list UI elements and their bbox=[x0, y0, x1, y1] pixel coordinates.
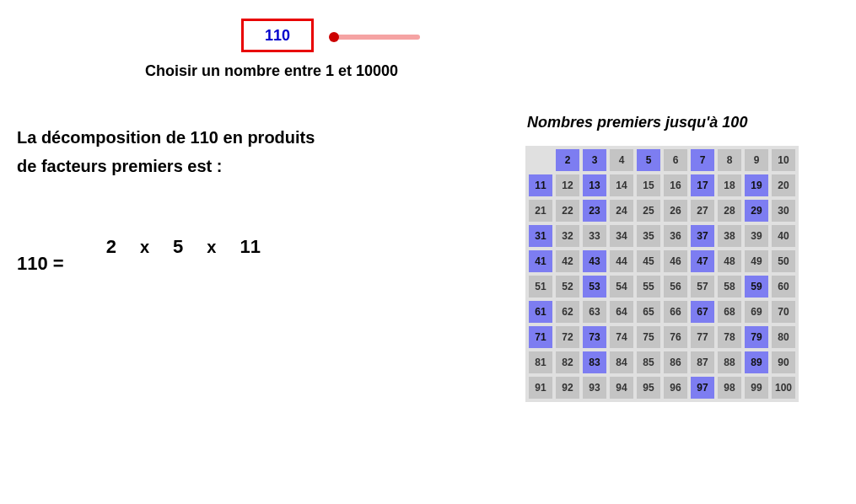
prime-cell: 80 bbox=[772, 326, 795, 348]
prime-cell: 2 bbox=[556, 149, 579, 171]
prime-cell: 84 bbox=[610, 351, 633, 373]
prime-cell: 71 bbox=[529, 326, 552, 348]
prime-cell: 34 bbox=[610, 225, 633, 247]
prime-cell: 58 bbox=[718, 276, 741, 298]
prime-cell: 46 bbox=[664, 250, 687, 272]
prime-cell: 56 bbox=[664, 276, 687, 298]
prime-cell: 38 bbox=[718, 225, 741, 247]
prime-cell: 92 bbox=[556, 377, 579, 399]
prime-cell: 55 bbox=[637, 276, 660, 298]
prime-cell: 35 bbox=[637, 225, 660, 247]
prime-cell: 54 bbox=[610, 276, 633, 298]
prime-cell: 74 bbox=[610, 326, 633, 348]
prime-cell: 91 bbox=[529, 377, 552, 399]
prime-cell: 49 bbox=[745, 250, 768, 272]
prime-cell: 33 bbox=[583, 225, 606, 247]
prime-cell: 96 bbox=[664, 377, 687, 399]
prime-cell: 15 bbox=[637, 174, 660, 196]
prime-cell: 28 bbox=[718, 200, 741, 222]
prime-cell: 16 bbox=[664, 174, 687, 196]
prime-table-title: Nombres premiers jusqu'à 100 bbox=[527, 114, 747, 131]
prime-cell: 12 bbox=[556, 174, 579, 196]
prime-cell: 36 bbox=[664, 225, 687, 247]
prime-cell: 6 bbox=[664, 149, 687, 171]
prime-cell: 86 bbox=[664, 351, 687, 373]
prime-cell: 87 bbox=[691, 351, 714, 373]
slider-track bbox=[331, 35, 420, 40]
prime-cell: 93 bbox=[583, 377, 606, 399]
decomp-lhs: 110 = bbox=[17, 253, 64, 275]
prime-cell: 83 bbox=[583, 351, 606, 373]
prime-cell: 62 bbox=[556, 301, 579, 323]
prime-cell: 77 bbox=[691, 326, 714, 348]
prime-cell: 31 bbox=[529, 225, 552, 247]
prime-cell: 3 bbox=[583, 149, 606, 171]
prime-cell: 47 bbox=[691, 250, 714, 272]
number-value: 110 bbox=[265, 27, 290, 45]
prime-cell: 75 bbox=[637, 326, 660, 348]
slider-thumb[interactable] bbox=[329, 32, 339, 42]
prime-cell: 10 bbox=[772, 149, 795, 171]
prime-cell: 59 bbox=[745, 276, 768, 298]
prime-cell: 37 bbox=[691, 225, 714, 247]
prime-cell: 39 bbox=[745, 225, 768, 247]
prime-cell: 63 bbox=[583, 301, 606, 323]
prime-cell: 32 bbox=[556, 225, 579, 247]
prime-cell: 99 bbox=[745, 377, 768, 399]
prime-cell: 90 bbox=[772, 351, 795, 373]
prime-cell: 45 bbox=[637, 250, 660, 272]
prime-cell: 30 bbox=[772, 200, 795, 222]
decomposition-equation: 110 = 2x5x11 bbox=[17, 236, 269, 258]
prime-cell: 19 bbox=[745, 174, 768, 196]
number-input-box[interactable]: 110 bbox=[241, 19, 314, 52]
prime-cell: 25 bbox=[637, 200, 660, 222]
factor-value: 11 bbox=[240, 236, 260, 258]
prime-cell: 53 bbox=[583, 276, 606, 298]
prime-cell: 100 bbox=[772, 377, 795, 399]
prime-cell: 50 bbox=[772, 250, 795, 272]
prime-cell: 7 bbox=[691, 149, 714, 171]
factor-value: 2 bbox=[106, 236, 116, 258]
prime-cell-empty bbox=[529, 149, 552, 171]
prime-cell: 22 bbox=[556, 200, 579, 222]
decomp-title-line2: de facteurs premiers est : bbox=[17, 157, 222, 175]
prime-cell: 44 bbox=[610, 250, 633, 272]
prime-cell: 76 bbox=[664, 326, 687, 348]
decomp-title-line1: La décomposition de 110 en produits bbox=[17, 128, 315, 147]
decomposition-title: La décomposition de 110 en produits de f… bbox=[17, 123, 315, 180]
value-slider[interactable] bbox=[331, 32, 428, 42]
prime-cell: 41 bbox=[529, 250, 552, 272]
prime-cell: 95 bbox=[637, 377, 660, 399]
prime-cell: 89 bbox=[745, 351, 768, 373]
prime-cell: 24 bbox=[610, 200, 633, 222]
prime-cell: 18 bbox=[718, 174, 741, 196]
prime-cell: 9 bbox=[745, 149, 768, 171]
prime-cell: 68 bbox=[718, 301, 741, 323]
prime-cell: 4 bbox=[610, 149, 633, 171]
prime-cell: 67 bbox=[691, 301, 714, 323]
prime-cell: 20 bbox=[772, 174, 795, 196]
prime-cell: 40 bbox=[772, 225, 795, 247]
prime-cell: 79 bbox=[745, 326, 768, 348]
prime-cell: 82 bbox=[556, 351, 579, 373]
prime-grid: 2345678910111213141516171819202122232425… bbox=[525, 146, 799, 402]
prime-cell: 48 bbox=[718, 250, 741, 272]
prime-cell: 57 bbox=[691, 276, 714, 298]
prime-cell: 26 bbox=[664, 200, 687, 222]
prime-cell: 52 bbox=[556, 276, 579, 298]
prime-cell: 98 bbox=[718, 377, 741, 399]
prime-cell: 27 bbox=[691, 200, 714, 222]
prime-cell: 94 bbox=[610, 377, 633, 399]
instruction-text: Choisir un nombre entre 1 et 10000 bbox=[145, 62, 398, 80]
prime-cell: 66 bbox=[664, 301, 687, 323]
prime-cell: 13 bbox=[583, 174, 606, 196]
prime-cell: 72 bbox=[556, 326, 579, 348]
prime-cell: 64 bbox=[610, 301, 633, 323]
prime-cell: 21 bbox=[529, 200, 552, 222]
prime-cell: 29 bbox=[745, 200, 768, 222]
prime-cell: 14 bbox=[610, 174, 633, 196]
prime-cell: 69 bbox=[745, 301, 768, 323]
prime-cell: 51 bbox=[529, 276, 552, 298]
prime-cell: 78 bbox=[718, 326, 741, 348]
prime-cell: 11 bbox=[529, 174, 552, 196]
